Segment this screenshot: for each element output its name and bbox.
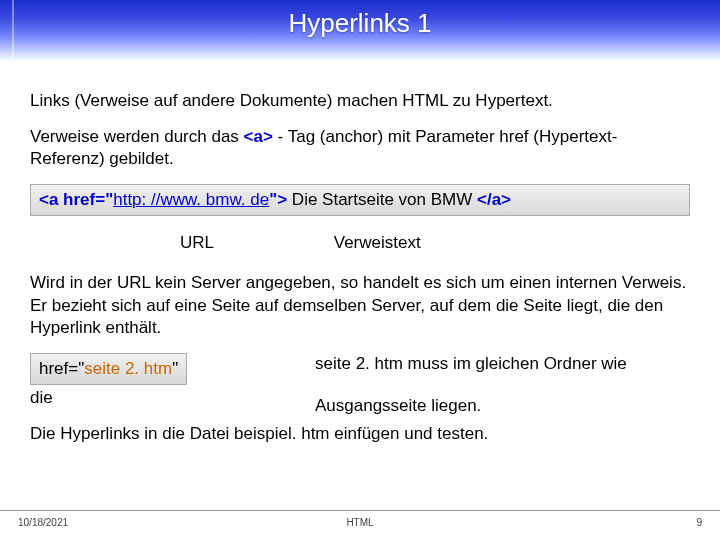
slide-content: Links (Verweise auf andere Dokumente) ma… <box>0 62 720 445</box>
anchor-tag-highlight: <a> <box>244 127 273 146</box>
href-example-row: href="seite 2. htm" die seite 2. htm mus… <box>30 353 690 417</box>
code-filename: seite 2. htm <box>84 359 172 378</box>
label-verweistext: Verweistext <box>334 232 421 254</box>
text-line: Ausgangsseite liegen. <box>315 395 690 417</box>
href-example-left: href="seite 2. htm" die <box>30 353 305 409</box>
slide-header: Hyperlinks 1 <box>0 0 720 62</box>
code-link-text: Die Startseite von BMW <box>287 190 477 209</box>
text-fragment: Verweise werden durch das <box>30 127 244 146</box>
code-example-box: <a href="http: //www. bmw. de"> Die Star… <box>30 184 690 216</box>
code-labels-row: URL Verweistext <box>30 232 690 254</box>
header-accent-line <box>12 0 14 62</box>
footer-date: 10/18/2021 <box>18 517 68 528</box>
href-code-box: href="seite 2. htm" <box>30 353 187 385</box>
slide-footer: 10/18/2021 HTML 9 <box>0 510 720 528</box>
anchor-paragraph: Verweise werden durch das <a> - Tag (anc… <box>30 126 690 170</box>
code-fragment: " <box>172 359 178 378</box>
label-url: URL <box>180 232 214 254</box>
code-url: http: //www. bmw. de <box>113 190 269 209</box>
internal-link-paragraph: Wird in der URL kein Server angegeben, s… <box>30 272 690 338</box>
text-line: seite 2. htm muss im gleichen Ordner wie <box>315 353 690 375</box>
task-paragraph: Die Hyperlinks in die Datei beispiel. ht… <box>30 423 690 445</box>
code-close-tag: </a> <box>477 190 511 209</box>
footer-page-number: 9 <box>696 517 702 528</box>
slide-title: Hyperlinks 1 <box>0 0 720 39</box>
code-close-attr: "> <box>269 190 287 209</box>
code-fragment: href=" <box>39 359 84 378</box>
footer-topic: HTML <box>346 517 373 528</box>
intro-paragraph: Links (Verweise auf andere Dokumente) ma… <box>30 90 690 112</box>
code-line: <a href="http: //www. bmw. de"> Die Star… <box>39 190 511 209</box>
text-die: die <box>30 387 305 409</box>
href-example-right: seite 2. htm muss im gleichen Ordner wie… <box>305 353 690 417</box>
code-open-tag: <a href=" <box>39 190 113 209</box>
